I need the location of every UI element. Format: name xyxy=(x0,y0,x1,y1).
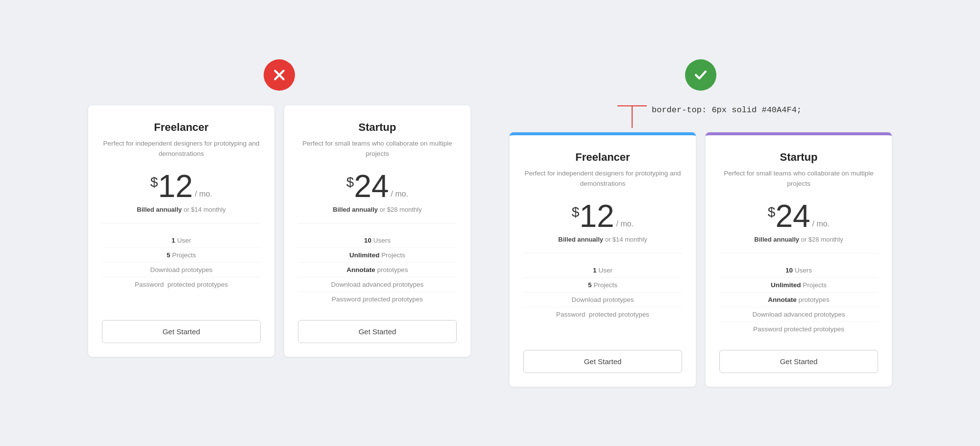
get-started-button[interactable]: Get Started xyxy=(719,350,878,373)
price-billed-alt: or $28 monthly xyxy=(380,206,422,213)
price-billed-alt: or $28 monthly xyxy=(801,236,843,243)
annotation-container: border-top: 6px solid #40A4F4; xyxy=(617,105,802,128)
feature-item: Password protected prototypes xyxy=(719,322,878,336)
feature-item: Password protected prototypes xyxy=(523,307,682,322)
price-amount: 12 xyxy=(579,200,614,232)
get-started-button[interactable]: Get Started xyxy=(523,350,682,373)
good-icon xyxy=(685,59,716,91)
price-main: $ 24 / mo. xyxy=(719,200,878,232)
price-billed: Billed annually or $28 monthly xyxy=(298,206,457,213)
feature-item: Download advanced prototypes xyxy=(719,307,878,322)
startup-bad-card: Startup Perfect for small teams who coll… xyxy=(284,105,470,357)
feature-item: Unlimited Projects xyxy=(719,278,878,293)
plan-name: Startup xyxy=(719,151,878,164)
bad-icon xyxy=(264,59,295,91)
features-list: 1 User 5 Projects Download prototypes Pa… xyxy=(523,263,682,336)
price-billed: Billed annually or $14 monthly xyxy=(102,206,261,213)
price-billed-alt: or $14 monthly xyxy=(605,236,647,243)
annotation-arrow xyxy=(617,105,647,128)
feature-item: Download prototypes xyxy=(102,263,261,277)
price-amount: 24 xyxy=(354,171,389,202)
feature-item: Annotate prototypes xyxy=(298,263,457,277)
price-section: $ 24 / mo. Billed annually or $28 monthl… xyxy=(298,171,457,223)
page-wrapper: Freelancer Perfect for independent desig… xyxy=(49,59,931,387)
price-main: $ 12 / mo. xyxy=(523,200,682,232)
card-header: Freelancer Perfect for independent desig… xyxy=(102,121,261,159)
price-billed: Billed annually or $14 monthly xyxy=(523,236,682,243)
price-per: / mo. xyxy=(616,220,634,228)
feature-item: 1 User xyxy=(523,263,682,278)
price-section: $ 12 / mo. Billed annually or $14 monthl… xyxy=(102,171,261,223)
features-list: 10 Users Unlimited Projects Annotate pro… xyxy=(719,263,878,336)
feature-item: Download advanced prototypes xyxy=(298,277,457,292)
plan-desc: Perfect for small teams who collaborate … xyxy=(719,169,878,189)
annotation-code: border-top: 6px solid #40A4F4; xyxy=(652,105,802,115)
plan-name: Freelancer xyxy=(523,151,682,164)
price-per: / mo. xyxy=(195,190,213,198)
feature-item: Password protected prototypes xyxy=(298,292,457,306)
annotation-area: border-top: 6px solid #40A4F4; xyxy=(510,105,892,132)
price-section: $ 12 / mo. Billed annually or $14 monthl… xyxy=(523,200,682,253)
bad-section: Freelancer Perfect for independent desig… xyxy=(88,59,470,357)
price-section: $ 24 / mo. Billed annually or $28 monthl… xyxy=(719,200,878,253)
price-per: / mo. xyxy=(812,220,830,228)
feature-item: Download prototypes xyxy=(523,293,682,307)
card-header: Freelancer Perfect for independent desig… xyxy=(523,151,682,189)
bad-cards-row: Freelancer Perfect for independent desig… xyxy=(88,105,470,357)
feature-item: Unlimited Projects xyxy=(298,248,457,263)
price-dollar: $ xyxy=(768,205,776,219)
sections-wrapper: Freelancer Perfect for independent desig… xyxy=(49,59,931,387)
price-main: $ 12 / mo. xyxy=(102,171,261,202)
price-amount: 12 xyxy=(158,171,193,202)
plan-desc: Perfect for small teams who collaborate … xyxy=(298,139,457,159)
price-dollar: $ xyxy=(572,205,580,219)
feature-item: 5 Projects xyxy=(102,248,261,263)
price-per: / mo. xyxy=(391,190,409,198)
card-header: Startup Perfect for small teams who coll… xyxy=(719,151,878,189)
feature-item: 1 User xyxy=(102,233,261,248)
annotation-vert-line xyxy=(632,106,633,128)
feature-item: 5 Projects xyxy=(523,278,682,293)
startup-good-card: Startup Perfect for small teams who coll… xyxy=(706,132,892,387)
freelancer-good-card: Freelancer Perfect for independent desig… xyxy=(510,132,696,387)
plan-name: Startup xyxy=(298,121,457,134)
freelancer-bad-card: Freelancer Perfect for independent desig… xyxy=(88,105,274,357)
price-billed: Billed annually or $28 monthly xyxy=(719,236,878,243)
price-dollar: $ xyxy=(346,175,354,189)
get-started-button[interactable]: Get Started xyxy=(102,320,261,343)
good-cards-row: Freelancer Perfect for independent desig… xyxy=(510,132,892,387)
price-main: $ 24 / mo. xyxy=(298,171,457,202)
annotation-horiz-line xyxy=(617,105,647,106)
plan-desc: Perfect for independent designers for pr… xyxy=(523,169,682,189)
feature-item: Annotate prototypes xyxy=(719,293,878,307)
plan-name: Freelancer xyxy=(102,121,261,134)
price-amount: 24 xyxy=(775,200,810,232)
feature-item: 10 Users xyxy=(298,233,457,248)
price-dollar: $ xyxy=(150,175,158,189)
feature-item: Password protected prototypes xyxy=(102,277,261,292)
price-billed-alt: or $14 monthly xyxy=(184,206,226,213)
plan-desc: Perfect for independent designers for pr… xyxy=(102,139,261,159)
features-list: 10 Users Unlimited Projects Annotate pro… xyxy=(298,233,457,306)
features-list: 1 User 5 Projects Download prototypes Pa… xyxy=(102,233,261,306)
feature-item: 10 Users xyxy=(719,263,878,278)
good-section: border-top: 6px solid #40A4F4; Freelance… xyxy=(510,59,892,387)
card-header: Startup Perfect for small teams who coll… xyxy=(298,121,457,159)
get-started-button[interactable]: Get Started xyxy=(298,320,457,343)
